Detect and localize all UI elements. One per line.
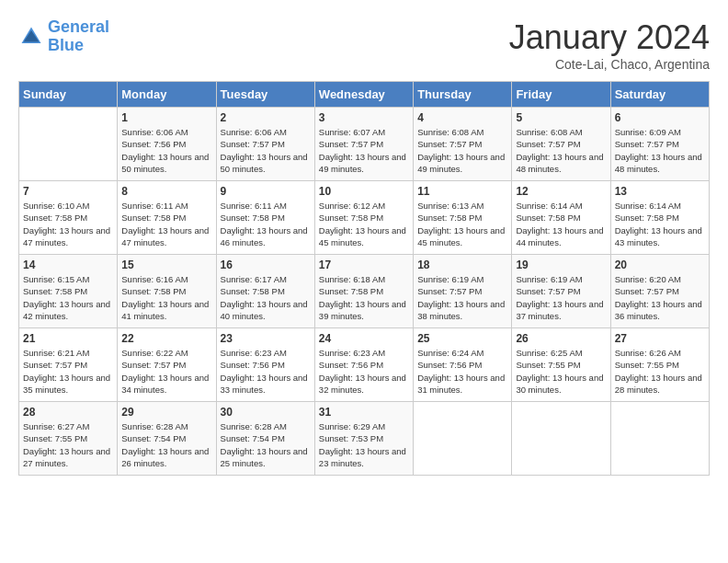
day-cell — [512, 402, 610, 476]
day-cell — [414, 402, 512, 476]
day-cell: 13Sunrise: 6:14 AMSunset: 7:58 PMDayligh… — [610, 181, 709, 255]
day-info: Sunrise: 6:06 AMSunset: 7:56 PMDaylight:… — [121, 126, 211, 175]
day-info: Sunrise: 6:07 AMSunset: 7:57 PMDaylight:… — [319, 126, 409, 175]
day-number: 7 — [23, 185, 113, 198]
day-number: 27 — [615, 332, 705, 345]
day-cell: 1Sunrise: 6:06 AMSunset: 7:56 PMDaylight… — [118, 108, 216, 181]
day-number: 21 — [23, 332, 113, 345]
day-info: Sunrise: 6:26 AMSunset: 7:55 PMDaylight:… — [615, 347, 705, 396]
day-cell: 31Sunrise: 6:29 AMSunset: 7:53 PMDayligh… — [314, 402, 413, 476]
day-number: 22 — [121, 332, 211, 345]
day-number: 15 — [121, 259, 211, 271]
day-number: 10 — [319, 185, 409, 198]
day-number: 24 — [319, 332, 409, 345]
day-info: Sunrise: 6:25 AMSunset: 7:55 PMDaylight:… — [516, 347, 606, 396]
day-number: 29 — [121, 406, 211, 419]
weekday-header-thursday: Thursday — [414, 82, 512, 108]
day-number: 25 — [417, 332, 507, 345]
calendar-table: SundayMondayTuesdayWednesdayThursdayFrid… — [18, 81, 710, 476]
logo-line2: Blue — [48, 36, 84, 54]
day-info: Sunrise: 6:11 AMSunset: 7:58 PMDaylight:… — [221, 200, 311, 248]
day-number: 30 — [221, 406, 311, 419]
weekday-header-row: SundayMondayTuesdayWednesdayThursdayFrid… — [19, 82, 710, 108]
title-block: January 2024 Cote-Lai, Chaco, Argentina — [509, 18, 710, 72]
week-row-4: 21Sunrise: 6:21 AMSunset: 7:57 PMDayligh… — [19, 328, 710, 402]
day-cell: 21Sunrise: 6:21 AMSunset: 7:57 PMDayligh… — [19, 328, 118, 402]
day-number: 9 — [221, 185, 311, 198]
day-number: 8 — [121, 185, 211, 198]
day-number: 17 — [319, 259, 409, 271]
day-cell: 9Sunrise: 6:11 AMSunset: 7:58 PMDaylight… — [216, 181, 314, 255]
day-cell: 19Sunrise: 6:19 AMSunset: 7:57 PMDayligh… — [512, 255, 610, 328]
month-title: January 2024 — [509, 18, 710, 57]
day-cell: 23Sunrise: 6:23 AMSunset: 7:56 PMDayligh… — [216, 328, 314, 402]
day-info: Sunrise: 6:18 AMSunset: 7:58 PMDaylight:… — [319, 273, 409, 322]
day-info: Sunrise: 6:10 AMSunset: 7:58 PMDaylight:… — [23, 200, 113, 248]
day-info: Sunrise: 6:16 AMSunset: 7:58 PMDaylight:… — [121, 273, 211, 322]
day-info: Sunrise: 6:14 AMSunset: 7:58 PMDaylight:… — [516, 200, 606, 248]
day-cell: 2Sunrise: 6:06 AMSunset: 7:57 PMDaylight… — [216, 108, 314, 181]
day-cell: 14Sunrise: 6:15 AMSunset: 7:58 PMDayligh… — [19, 255, 118, 328]
day-cell: 15Sunrise: 6:16 AMSunset: 7:58 PMDayligh… — [118, 255, 216, 328]
logo-text: General Blue — [48, 18, 109, 55]
logo: General Blue — [18, 18, 109, 55]
day-cell: 26Sunrise: 6:25 AMSunset: 7:55 PMDayligh… — [512, 328, 610, 402]
day-info: Sunrise: 6:17 AMSunset: 7:58 PMDaylight:… — [221, 273, 311, 322]
day-cell: 4Sunrise: 6:08 AMSunset: 7:57 PMDaylight… — [414, 108, 512, 181]
day-info: Sunrise: 6:09 AMSunset: 7:57 PMDaylight:… — [615, 126, 705, 175]
day-info: Sunrise: 6:20 AMSunset: 7:57 PMDaylight:… — [615, 273, 705, 322]
weekday-header-saturday: Saturday — [610, 82, 709, 108]
week-row-1: 1Sunrise: 6:06 AMSunset: 7:56 PMDaylight… — [19, 108, 710, 181]
day-number: 31 — [319, 406, 409, 419]
day-info: Sunrise: 6:19 AMSunset: 7:57 PMDaylight:… — [516, 273, 606, 322]
day-info: Sunrise: 6:15 AMSunset: 7:58 PMDaylight:… — [23, 273, 113, 322]
week-row-2: 7Sunrise: 6:10 AMSunset: 7:58 PMDaylight… — [19, 181, 710, 255]
day-info: Sunrise: 6:21 AMSunset: 7:57 PMDaylight:… — [23, 347, 113, 396]
day-cell: 7Sunrise: 6:10 AMSunset: 7:58 PMDaylight… — [19, 181, 118, 255]
day-cell: 8Sunrise: 6:11 AMSunset: 7:58 PMDaylight… — [118, 181, 216, 255]
weekday-header-sunday: Sunday — [19, 82, 118, 108]
weekday-header-monday: Monday — [118, 82, 216, 108]
weekday-header-wednesday: Wednesday — [314, 82, 413, 108]
day-info: Sunrise: 6:28 AMSunset: 7:54 PMDaylight:… — [121, 420, 211, 469]
day-number: 3 — [319, 111, 409, 124]
day-cell: 28Sunrise: 6:27 AMSunset: 7:55 PMDayligh… — [19, 402, 118, 476]
week-row-3: 14Sunrise: 6:15 AMSunset: 7:58 PMDayligh… — [19, 255, 710, 328]
day-info: Sunrise: 6:22 AMSunset: 7:57 PMDaylight:… — [121, 347, 211, 396]
day-cell — [19, 108, 118, 181]
day-cell — [610, 402, 709, 476]
day-info: Sunrise: 6:14 AMSunset: 7:58 PMDaylight:… — [615, 200, 705, 248]
day-number: 2 — [221, 111, 311, 124]
day-number: 14 — [23, 259, 113, 271]
day-cell: 18Sunrise: 6:19 AMSunset: 7:57 PMDayligh… — [414, 255, 512, 328]
day-info: Sunrise: 6:11 AMSunset: 7:58 PMDaylight:… — [121, 200, 211, 248]
day-info: Sunrise: 6:23 AMSunset: 7:56 PMDaylight:… — [221, 347, 311, 396]
week-row-5: 28Sunrise: 6:27 AMSunset: 7:55 PMDayligh… — [19, 402, 710, 476]
day-number: 28 — [23, 406, 113, 419]
weekday-header-friday: Friday — [512, 82, 610, 108]
day-number: 16 — [221, 259, 311, 271]
day-number: 23 — [221, 332, 311, 345]
day-info: Sunrise: 6:24 AMSunset: 7:56 PMDaylight:… — [417, 347, 507, 396]
day-cell: 30Sunrise: 6:28 AMSunset: 7:54 PMDayligh… — [216, 402, 314, 476]
day-info: Sunrise: 6:19 AMSunset: 7:57 PMDaylight:… — [417, 273, 507, 322]
logo-icon — [18, 24, 44, 50]
day-info: Sunrise: 6:28 AMSunset: 7:54 PMDaylight:… — [221, 420, 311, 469]
page-header: General Blue January 2024 Cote-Lai, Chac… — [18, 18, 710, 72]
day-cell: 16Sunrise: 6:17 AMSunset: 7:58 PMDayligh… — [216, 255, 314, 328]
day-cell: 17Sunrise: 6:18 AMSunset: 7:58 PMDayligh… — [314, 255, 413, 328]
day-info: Sunrise: 6:06 AMSunset: 7:57 PMDaylight:… — [221, 126, 311, 175]
day-cell: 25Sunrise: 6:24 AMSunset: 7:56 PMDayligh… — [414, 328, 512, 402]
day-number: 5 — [516, 111, 606, 124]
day-number: 13 — [615, 185, 705, 198]
day-cell: 10Sunrise: 6:12 AMSunset: 7:58 PMDayligh… — [314, 181, 413, 255]
day-cell: 29Sunrise: 6:28 AMSunset: 7:54 PMDayligh… — [118, 402, 216, 476]
day-info: Sunrise: 6:29 AMSunset: 7:53 PMDaylight:… — [319, 420, 409, 469]
day-info: Sunrise: 6:08 AMSunset: 7:57 PMDaylight:… — [417, 126, 507, 175]
day-cell: 6Sunrise: 6:09 AMSunset: 7:57 PMDaylight… — [610, 108, 709, 181]
day-number: 26 — [516, 332, 606, 345]
day-number: 12 — [516, 185, 606, 198]
day-info: Sunrise: 6:27 AMSunset: 7:55 PMDaylight:… — [23, 420, 113, 469]
day-cell: 20Sunrise: 6:20 AMSunset: 7:57 PMDayligh… — [610, 255, 709, 328]
day-info: Sunrise: 6:12 AMSunset: 7:58 PMDaylight:… — [319, 200, 409, 248]
